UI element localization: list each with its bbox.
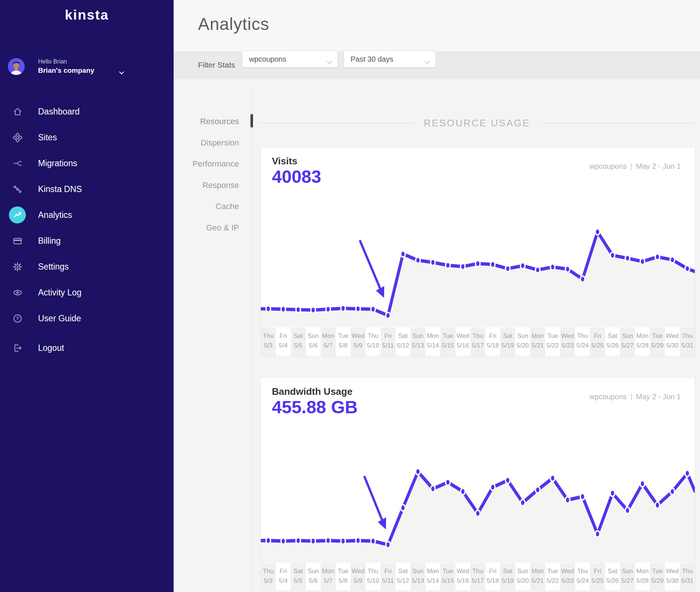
x-tick-5-9: Wed5/9: [351, 563, 366, 591]
x-tick-5-31: Thu5/31: [680, 328, 695, 356]
data-point: [610, 252, 615, 259]
card-meta: wpcoupons|May 2 - Jun 1: [589, 162, 681, 171]
sidebar-item-label: Billing: [38, 236, 61, 246]
sidebar-item-user-guide[interactable]: ?User Guide: [0, 305, 174, 331]
data-point: [655, 254, 660, 260]
x-tick-5-19: Sat5/19: [500, 328, 515, 356]
meta-range: May 2 - Jun 1: [636, 393, 681, 401]
x-tick-5-25: Fri5/25: [590, 328, 605, 356]
data-point: [281, 306, 286, 312]
x-tick-5-20: Sun5/20: [515, 328, 530, 356]
x-tick-5-30: Wed5/30: [665, 563, 680, 591]
x-tick-5-18: Fri5/18: [485, 328, 501, 356]
x-tick-5-6: Sun5/6: [306, 563, 321, 591]
analytics-subnav: ResourcesDispersionPerformanceResponseCa…: [174, 111, 239, 238]
sites-icon: [9, 129, 26, 146]
title-bar: Analytics: [174, 0, 700, 51]
data-point: [341, 305, 345, 312]
card-meta: wpcoupons|May 2 - Jun 1: [589, 393, 681, 401]
x-tick-5-16: Wed5/16: [455, 563, 471, 591]
sidebar-item-dashboard[interactable]: Dashboard: [0, 99, 174, 124]
data-point: [655, 502, 660, 508]
meta-site: wpcoupons: [589, 162, 626, 170]
sidebar-item-kinsta-dns[interactable]: Kinsta DNS: [0, 176, 174, 202]
data-point: [326, 537, 330, 544]
x-tick-5-4: Fri5/4: [276, 563, 291, 591]
subnav-item-dispersion[interactable]: Dispersion: [174, 132, 239, 154]
chevron-down-icon: [119, 69, 124, 76]
x-tick-5-26: Sat5/26: [605, 563, 620, 591]
avatar: [8, 58, 25, 75]
data-point: [625, 255, 630, 261]
data-point: [401, 251, 405, 257]
x-tick-5-23: Wed5/23: [560, 328, 575, 356]
sidebar-item-label: User Guide: [38, 314, 81, 324]
page-title: Analytics: [198, 14, 269, 34]
x-tick-5-27: Sun5/27: [620, 328, 635, 356]
sidebar-item-logout[interactable]: Logout: [0, 335, 174, 361]
x-tick-5-17: Thu5/17: [470, 328, 485, 356]
data-point: [296, 537, 300, 544]
x-tick-5-24: Thu5/24: [575, 328, 590, 356]
data-point: [520, 500, 525, 506]
sidebar-nav: DashboardSitesMigrationsKinsta DNSAnalyt…: [0, 99, 174, 361]
data-point: [445, 479, 450, 485]
home-icon: [9, 103, 26, 120]
x-tick-5-7: Mon5/7: [321, 563, 336, 591]
kinsta-analytics-page: kinsta Hello Brian Brian's company Dashb…: [0, 0, 700, 592]
subnav-item-response[interactable]: Response: [174, 175, 239, 196]
data-point: [341, 538, 345, 544]
data-point: [431, 486, 435, 492]
x-tick-5-3: Thu5/3: [261, 328, 276, 356]
x-tick-5-8: Tue5/8: [336, 328, 351, 356]
data-point: [491, 484, 495, 490]
x-tick-5-15: Tue5/15: [440, 563, 455, 591]
sidebar-item-settings[interactable]: Settings: [0, 254, 174, 280]
data-point: [266, 306, 270, 312]
sidebar-item-label: Migrations: [38, 158, 77, 168]
x-tick-5-7: Mon5/7: [321, 328, 336, 356]
sidebar-item-label: Activity Log: [38, 288, 82, 298]
meta-separator: |: [627, 393, 636, 401]
data-point: [670, 257, 675, 263]
site-select[interactable]: wpcoupons: [242, 51, 338, 68]
x-tick-5-11: Fri5/11: [380, 328, 396, 356]
filter-stats-label: Filter Stats: [198, 61, 235, 69]
x-tick-5-29: Tue5/29: [650, 328, 665, 356]
sidebar-item-sites[interactable]: Sites: [0, 124, 174, 150]
data-point: [356, 306, 360, 312]
x-tick-5-4: Fri5/4: [276, 328, 291, 356]
chevron-down-icon: [327, 58, 332, 66]
x-tick-5-24: Thu5/24: [575, 563, 590, 591]
x-tick-5-18: Fri5/18: [485, 563, 501, 591]
x-tick-5-14: Mon5/14: [426, 328, 441, 356]
date-range-value: Past 30 days: [351, 55, 393, 64]
company-switcher[interactable]: Hello Brian Brian's company: [8, 56, 130, 78]
help-icon: ?: [9, 310, 26, 327]
subnav-item-resources[interactable]: Resources: [174, 111, 239, 132]
area-fill: [261, 232, 695, 327]
x-tick-5-27: Sun5/27: [620, 563, 635, 591]
sidebar-item-label: Logout: [38, 343, 64, 353]
x-tick-5-29: Tue5/29: [650, 563, 665, 591]
subnav-item-performance[interactable]: Performance: [174, 153, 239, 175]
sidebar-item-migrations[interactable]: Migrations: [0, 150, 174, 176]
data-point: [326, 306, 330, 312]
data-point: [640, 480, 645, 487]
sidebar-item-billing[interactable]: Billing: [0, 228, 174, 254]
bandwidth-card: Bandwidth Usage 455.88 GB wpcoupons|May …: [260, 377, 695, 591]
data-point: [311, 307, 315, 313]
x-tick-5-14: Mon5/14: [426, 563, 441, 591]
migrations-icon: [9, 155, 26, 172]
x-tick-5-28: Mon5/28: [635, 328, 650, 356]
data-point: [401, 504, 405, 511]
sidebar-item-analytics[interactable]: Analytics: [0, 202, 174, 228]
sidebar-item-activity-log[interactable]: Activity Log: [0, 280, 174, 305]
date-range-select[interactable]: Past 30 days: [344, 51, 436, 68]
data-point: [550, 264, 555, 270]
data-point: [595, 229, 600, 235]
x-tick-5-9: Wed5/9: [351, 328, 366, 356]
subnav-item-cache[interactable]: Cache: [174, 196, 239, 217]
subnav-item-geo-ip[interactable]: Geo & IP: [174, 217, 239, 239]
meta-separator: |: [627, 162, 636, 170]
